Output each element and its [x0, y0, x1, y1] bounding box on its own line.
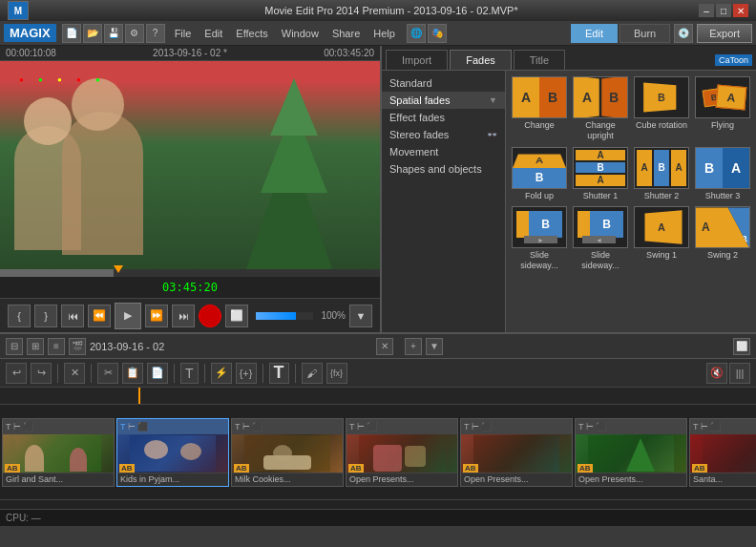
step-fwd-btn[interactable]: ⏩: [145, 305, 168, 327]
clip-ab-5: AB: [463, 464, 478, 473]
volume-bar[interactable]: [256, 312, 313, 320]
grid-icon[interactable]: ⊞: [27, 338, 44, 355]
new-icon[interactable]: 📄: [62, 24, 81, 43]
effect-flying-thumb: B A: [695, 76, 750, 118]
clip-girl-santa[interactable]: T ⊢ ⬛ AB Girl and Sant...: [2, 418, 115, 487]
app-icon: M: [8, 1, 29, 20]
timeline-scrollbar[interactable]: [0, 499, 756, 509]
paste-btn[interactable]: 📄: [147, 363, 168, 384]
menu-window[interactable]: Window: [276, 26, 325, 41]
effect-change-upright-label: Change upright: [573, 120, 628, 141]
tab-title[interactable]: Title: [514, 50, 565, 70]
effect-shutter1[interactable]: A B A Shutter 1: [573, 147, 628, 201]
title-btn[interactable]: T: [180, 363, 199, 384]
menu-effects[interactable]: Effects: [230, 26, 273, 41]
mute-btn[interactable]: 🔇: [706, 363, 727, 384]
effects-btn[interactable]: ⚡: [211, 363, 232, 384]
cat-movement[interactable]: Movement: [382, 143, 505, 160]
clip-open-presents-2[interactable]: T ⊢ ⬛ AB Open Presents...: [460, 418, 573, 487]
catooon-icon[interactable]: 🎭: [428, 24, 447, 43]
maximize-button[interactable]: □: [716, 4, 731, 17]
cat-spatial-label: Spatial fades: [389, 95, 451, 106]
cat-spatial[interactable]: Spatial fades ▼: [382, 92, 505, 109]
clip-icon-4: ⬛: [367, 422, 377, 431]
next-frame-btn[interactable]: ⏭: [172, 305, 195, 327]
step-back-btn[interactable]: ⏪: [88, 305, 111, 327]
clip-icon-3: ⬛: [252, 422, 262, 431]
track-menu-btn[interactable]: ▼: [426, 338, 443, 355]
effect-swing1-label: Swing 1: [646, 250, 677, 261]
clip-ab-4: AB: [348, 464, 364, 473]
minimize-button[interactable]: –: [699, 4, 714, 17]
cat-standard[interactable]: Standard: [382, 74, 505, 92]
disk-icon[interactable]: 💿: [674, 24, 693, 43]
effect-change[interactable]: A B Change: [512, 76, 567, 141]
online-icon[interactable]: 🌐: [407, 24, 426, 43]
record-btn[interactable]: [199, 305, 221, 327]
zoom-arrow[interactable]: ▼: [349, 305, 372, 327]
effect-slide2[interactable]: A B ◄ Slide sideway...: [573, 206, 628, 271]
clip-kids-pyjam[interactable]: T ⊢ ⬛ AB Kids in Pyjam...: [116, 418, 229, 487]
menu-edit[interactable]: Edit: [199, 26, 228, 41]
sep-5: [262, 364, 263, 383]
cut-btn[interactable]: ✂: [97, 363, 118, 384]
brush-icon[interactable]: 🖌: [302, 363, 323, 384]
tab-import[interactable]: Import: [386, 50, 448, 70]
list-icon[interactable]: ≡: [48, 338, 65, 355]
help-icon[interactable]: ?: [146, 24, 165, 43]
bracket-in-btn[interactable]: {: [8, 305, 31, 327]
burn-tab[interactable]: Burn: [620, 24, 670, 43]
clip-flag-1: ⊢: [13, 422, 21, 431]
open-icon[interactable]: 📂: [83, 24, 102, 43]
effect-shutter2[interactable]: A B A Shutter 2: [634, 147, 689, 201]
cat-stereo[interactable]: Stereo fades 👓: [382, 126, 505, 143]
bracket-out-btn[interactable]: }: [34, 305, 57, 327]
prev-frame-btn[interactable]: ⏮: [61, 305, 84, 327]
effect-swing2[interactable]: A B Swing 2: [695, 206, 750, 271]
sep-3: [174, 364, 175, 383]
keyframe-btn[interactable]: {+}: [236, 363, 257, 384]
video-scene: ● ● ● ● ●: [0, 61, 380, 269]
undo-btn[interactable]: ↩: [6, 363, 27, 384]
close-button[interactable]: ✕: [733, 4, 748, 17]
expand-btn[interactable]: ⬜: [733, 338, 750, 355]
clip-open-presents-3[interactable]: T ⊢ ⬛ AB Open Presents...: [575, 418, 687, 487]
clip-santa[interactable]: T ⊢ ⬛ AB Santa...: [689, 418, 756, 487]
cat-effect[interactable]: Effect fades: [382, 109, 505, 126]
save-icon[interactable]: 💾: [104, 24, 123, 43]
effect-change-upright[interactable]: A B Change upright: [573, 76, 628, 141]
export-button[interactable]: Export: [697, 24, 752, 43]
fx-btn[interactable]: {fx}: [326, 363, 347, 384]
add-track-btn[interactable]: +: [405, 338, 422, 355]
track-icon[interactable]: ⊟: [6, 338, 23, 355]
menu-help[interactable]: Help: [368, 26, 401, 41]
clip-milk-cookies[interactable]: T ⊢ ⬛ AB Milk Cookies...: [231, 418, 344, 487]
timeline-fill: [0, 269, 114, 277]
effect-swing1[interactable]: A Swing 1: [634, 206, 689, 271]
preview-timeline[interactable]: [0, 269, 380, 277]
large-title-btn[interactable]: T: [269, 363, 289, 384]
close-timeline-btn[interactable]: ✕: [376, 338, 393, 355]
menu-share[interactable]: Share: [326, 26, 366, 41]
settings-icon[interactable]: ⚙: [125, 24, 144, 43]
effect-fold[interactable]: B A Fold up: [512, 147, 567, 201]
volume-btn[interactable]: |||: [729, 363, 750, 384]
film-icon[interactable]: 🎬: [69, 338, 86, 355]
delete-btn[interactable]: ✕: [64, 363, 85, 384]
cat-movement-label: Movement: [389, 146, 438, 158]
play-btn[interactable]: ▶: [115, 303, 141, 329]
tab-fades[interactable]: Fades: [450, 50, 512, 70]
menu-file[interactable]: File: [169, 26, 198, 41]
effect-slide2-thumb: A B ◄: [573, 206, 628, 248]
effect-shutter3[interactable]: B A Shutter 3: [695, 147, 750, 201]
cat-shapes[interactable]: Shapes and objects: [382, 160, 505, 178]
effect-flying[interactable]: B A Flying: [695, 76, 750, 141]
edit-tab[interactable]: Edit: [571, 24, 618, 43]
redo-btn[interactable]: ↪: [31, 363, 52, 384]
clip-open-presents-1[interactable]: T ⊢ ⬛ AB Open Presents...: [346, 418, 458, 487]
effect-change-upright-thumb: A B: [573, 76, 628, 118]
copy-btn[interactable]: 📋: [122, 363, 143, 384]
effect-slide1[interactable]: A B ► Slide sideway...: [512, 206, 567, 271]
effect-cube[interactable]: B Cube rotation: [634, 76, 689, 141]
stop-btn[interactable]: ⬜: [225, 305, 248, 327]
